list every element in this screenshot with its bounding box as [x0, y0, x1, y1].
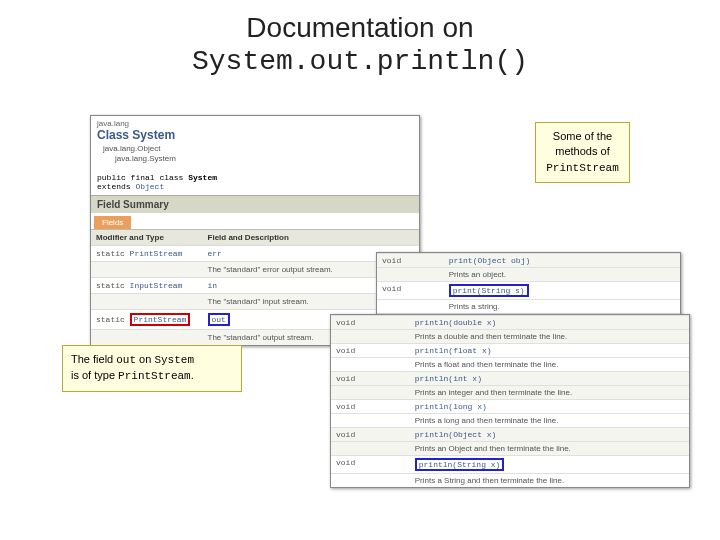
fields-tab[interactable]: Fields — [94, 216, 131, 229]
javadoc-class-name: Class System — [91, 128, 419, 144]
method-desc: Prints an object. — [444, 268, 680, 282]
method-desc: Prints a double and then terminate the l… — [410, 330, 689, 344]
method-desc: Prints an Object and then terminate the … — [410, 442, 689, 456]
method-desc: Prints an integer and then terminate the… — [410, 386, 689, 400]
field-modifier: static PrintStream — [91, 309, 203, 329]
method-return: void — [377, 282, 444, 300]
hier-line: java.lang.Object — [103, 144, 413, 154]
method-return: void — [331, 400, 410, 414]
method-signature[interactable]: println(String x) — [410, 456, 689, 474]
javadoc-signature: public final class System extends Object — [91, 169, 419, 195]
javadoc-system-panel: java.lang Class System java.lang.Object … — [90, 115, 420, 346]
col-description: Field and Description — [203, 229, 419, 245]
method-return: void — [331, 372, 410, 386]
field-modifier: static PrintStream — [91, 245, 203, 261]
hier-line: java.lang.System — [103, 154, 413, 164]
method-desc: Prints a string. — [444, 300, 680, 314]
method-desc: Prints a long and then terminate the lin… — [410, 414, 689, 428]
method-return: void — [331, 344, 410, 358]
method-signature[interactable]: print(Object obj) — [444, 254, 680, 268]
method-signature[interactable]: println(long x) — [410, 400, 689, 414]
printstream-methods-bottom: voidprintln(double x) Prints a double an… — [330, 314, 690, 488]
field-modifier: static InputStream — [91, 277, 203, 293]
method-return: void — [377, 254, 444, 268]
method-signature[interactable]: println(Object x) — [410, 428, 689, 442]
method-desc: Prints a float and then terminate the li… — [410, 358, 689, 372]
method-return: void — [331, 428, 410, 442]
method-desc: Prints a String and then terminate the l… — [410, 474, 689, 488]
method-return: void — [331, 456, 410, 474]
slide-title: Documentation on System.out.println() — [0, 0, 720, 77]
title-text: Documentation on — [246, 12, 473, 43]
method-signature[interactable]: println(float x) — [410, 344, 689, 358]
javadoc-hierarchy: java.lang.Object java.lang.System — [91, 144, 419, 169]
method-signature[interactable]: print(String s) — [444, 282, 680, 300]
method-signature[interactable]: println(double x) — [410, 316, 689, 330]
field-summary-header: Field Summary — [91, 195, 419, 213]
method-return: void — [331, 316, 410, 330]
callout-printstream-methods: Some of the methods of PrintStream — [535, 122, 630, 183]
callout-field-out: The field out on System is of type Print… — [62, 345, 242, 392]
title-code: System.out.println() — [192, 46, 528, 77]
method-signature[interactable]: println(int x) — [410, 372, 689, 386]
javadoc-package: java.lang — [91, 116, 419, 128]
col-modifier: Modifier and Type — [91, 229, 203, 245]
